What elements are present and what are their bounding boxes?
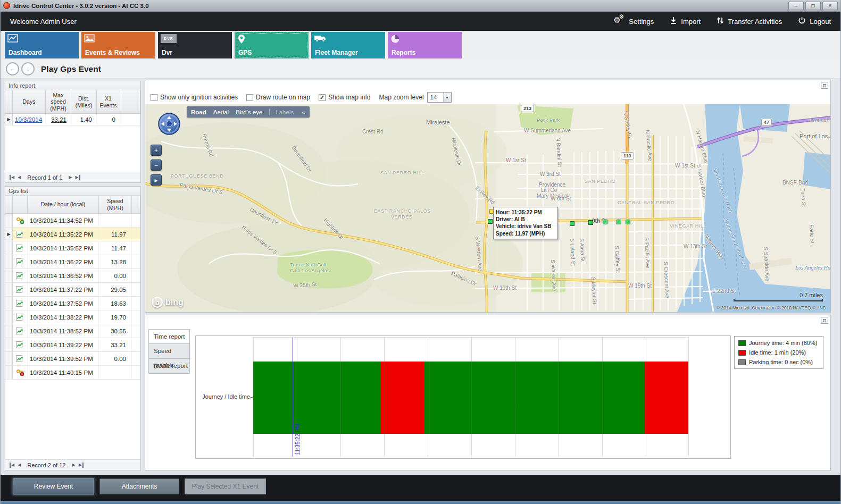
map-base-layer (145, 104, 830, 312)
time-cursor[interactable] (293, 338, 293, 457)
tile-gps[interactable]: GPS (235, 32, 309, 58)
collapse-chart-panel-button[interactable] (821, 317, 828, 324)
gps-point-marker[interactable] (617, 220, 621, 224)
map-view-tab-bird-s-eye[interactable]: Bird's eye (236, 109, 262, 115)
minimize-button[interactable]: – (788, 2, 804, 10)
map-option-show-only-ignition-activities[interactable]: Show only ignition activities (151, 94, 238, 101)
import-button[interactable]: Import (670, 16, 701, 26)
tile-dashboard[interactable]: Dashboard (5, 32, 79, 58)
info-report-pager: ◀ ◀ Record 1 of 1 ▶ ▶ (5, 172, 140, 182)
gps-list-row[interactable]: 10/3/2014 11:34:52 PM (5, 214, 140, 228)
gps-list-row[interactable]: ▶10/3/2014 11:35:22 PM11.97 (5, 228, 140, 241)
tile-label: Events & Reviews (85, 49, 140, 56)
header-days[interactable]: Days (13, 90, 46, 113)
pager-first-button[interactable]: ◀ (10, 463, 14, 468)
gps-point-marker[interactable] (603, 220, 607, 224)
pager-prev-button[interactable]: ◀ (18, 175, 21, 180)
tile-events-reviews[interactable]: Events & Reviews (81, 32, 155, 58)
gps-list-row[interactable]: 10/3/2014 11:38:52 PM30.55 (5, 324, 140, 338)
time-bar (253, 362, 688, 434)
gps-list-row[interactable]: 10/3/2014 11:37:52 PM18.63 (5, 297, 140, 310)
gps-list-row[interactable]: 10/3/2014 11:38:22 PM19.70 (5, 310, 140, 324)
map-view-tab-labels[interactable]: Labels (269, 109, 294, 115)
map-compass-control[interactable] (157, 112, 181, 138)
import-icon (670, 16, 677, 26)
settings-button[interactable]: ⚙⚙ Settings (613, 16, 654, 26)
bing-map[interactable]: MiralestePeck ParkW Summerland AveCrest … (145, 104, 830, 312)
close-button[interactable]: × (822, 2, 838, 10)
pager-prev-button[interactable]: ◀ (18, 463, 21, 468)
map-zoom-out-button[interactable]: − (151, 159, 162, 171)
gps-list-row[interactable]: 10/3/2014 11:37:22 PM29.05 (5, 283, 140, 297)
tile-fleet-manager[interactable]: Fleet Manager (311, 32, 385, 58)
header-date-hour[interactable]: Date / hour (local) (28, 196, 99, 213)
max-speed-link[interactable]: 33.21 (51, 116, 66, 123)
gps-point-marker[interactable] (588, 220, 593, 225)
gps-list-row[interactable]: 10/3/2014 11:36:22 PM13.28 (5, 255, 140, 269)
tab-route-report[interactable]: Route report (148, 359, 190, 374)
line-chart-icon (7, 34, 18, 46)
gps-point-marker[interactable] (626, 220, 630, 224)
gps-point-marker[interactable] (570, 221, 574, 226)
chart-plot-area: 11:35:22 PM (253, 337, 689, 457)
header-speed[interactable]: Speed (MPH) (99, 196, 132, 213)
checkbox-icon[interactable] (151, 94, 157, 101)
gps-list-row[interactable]: 10/3/2014 11:36:52 PM0.00 (5, 269, 140, 283)
map-view-tab-aerial[interactable]: Aerial (213, 109, 229, 115)
gps-list-row[interactable]: 10/3/2014 11:39:22 PM33.21 (5, 338, 140, 352)
map-zoom-value: 14 (428, 93, 443, 102)
date-link[interactable]: 10/3/2014 (15, 116, 42, 123)
info-max-speed-cell[interactable]: 33.21 (46, 114, 71, 125)
arrow-down-icon: ↓ (26, 65, 30, 73)
pager-last-button[interactable]: ▶ (76, 175, 80, 180)
attachments-button[interactable]: Attachments (99, 478, 179, 494)
gps-row-datetime: 10/3/2014 11:39:52 PM (28, 352, 99, 365)
maximize-button[interactable]: □ (805, 2, 821, 10)
gps-list-row[interactable]: 10/3/2014 11:39:52 PM0.00 (5, 352, 140, 366)
gps-list-row[interactable]: 10/3/2014 11:40:15 PM (5, 366, 140, 380)
pager-next-button[interactable]: ▶ (69, 175, 72, 180)
header-x1-events[interactable]: X1 Events (97, 90, 120, 113)
pager-last-button[interactable]: ▶ (79, 463, 84, 468)
window-title: Idrive Control Center - 3.0.2 version - … (13, 3, 787, 9)
tab-time-report[interactable]: Time report (148, 329, 190, 344)
gps-row-filler (132, 241, 140, 255)
collapse-map-panel-button[interactable] (821, 82, 828, 89)
back-button[interactable]: ← (6, 62, 19, 75)
transfer-activities-button[interactable]: Transfer Activities (717, 16, 782, 26)
checkbox-icon[interactable] (246, 94, 253, 101)
header-max-speed[interactable]: Max speed (MPH) (46, 90, 71, 113)
tab-speed-graphic[interactable]: Speed graphic (148, 344, 190, 359)
gps-row-filler (132, 214, 140, 227)
map-zoom-in-button[interactable]: + (151, 145, 162, 156)
map-toolbar-checkboxes: Show only ignition activitiesDraw route … (151, 94, 371, 101)
gps-list-row[interactable]: 10/3/2014 11:35:52 PM11.47 (5, 241, 140, 255)
gps-point-marker[interactable] (488, 219, 493, 224)
gps-row-datetime: 10/3/2014 11:38:22 PM (28, 310, 99, 324)
info-report-empty-area (5, 125, 140, 172)
pager-first-button[interactable]: ◀ (10, 175, 14, 180)
map-option-draw-route-on-map[interactable]: Draw route on map (246, 94, 310, 101)
header-distance[interactable]: Dist. (Miles) (71, 90, 97, 113)
logout-button[interactable]: Logout (798, 16, 831, 26)
pager-next-button[interactable]: ▶ (72, 463, 75, 468)
time-report-chart: Journey / Idle time 11:35:22 PM (195, 335, 731, 459)
row-indicator (5, 255, 13, 268)
info-days-cell[interactable]: 10/3/2014 (13, 114, 46, 125)
time-report-panel: Time reportSpeed graphicRoute report Jou… (145, 315, 831, 471)
map-pan-button[interactable]: ▸ (151, 174, 162, 186)
map-menu-collapse-button[interactable]: « (302, 109, 305, 115)
row-indicator (5, 269, 13, 282)
info-report-row[interactable]: ▶ 10/3/2014 33.21 1.40 0 (5, 114, 140, 125)
map-option-show-map-info[interactable]: ✓Show map info (319, 94, 370, 101)
map-zoom-select[interactable]: 14 ▼ (427, 92, 452, 103)
info-report-panel: Info report Days Max speed (MPH) Dist. (… (5, 81, 141, 183)
map-view-tabs: RoadAerialBird's eyeLabels« (187, 106, 310, 117)
map-view-tab-road[interactable]: Road (191, 109, 206, 115)
checkbox-icon[interactable]: ✓ (319, 94, 326, 101)
tile-dvr[interactable]: DVR Dvr (158, 32, 232, 58)
download-event-button[interactable]: ↓ (21, 62, 35, 75)
review-event-button[interactable]: Review Event (13, 478, 94, 494)
tile-reports[interactable]: Reports (388, 32, 462, 58)
row-indicator (5, 324, 13, 338)
